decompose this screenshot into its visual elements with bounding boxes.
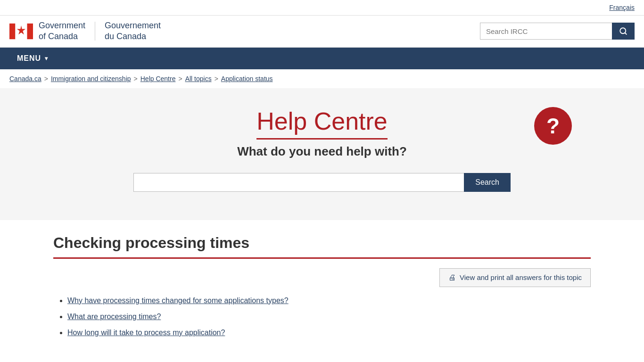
header-search-area <box>480 23 635 40</box>
breadcrumb-application-status[interactable]: Application status <box>221 75 273 82</box>
print-btn-label: View and print all answers for this topi… <box>460 273 582 281</box>
svg-rect-0 <box>9 24 16 39</box>
name-divider <box>95 22 95 41</box>
hero-search-form: Search <box>133 173 511 192</box>
menu-button[interactable]: MENU ▾ <box>9 48 56 69</box>
hero-section: Help Centre What do you need help with? … <box>0 88 644 220</box>
breadcrumb-sep-2: > <box>134 75 138 82</box>
chevron-down-icon: ▾ <box>45 55 48 62</box>
breadcrumb-immigration[interactable]: Immigration and citizenship <box>51 75 131 82</box>
site-header: Government of Canada Gouvernement du Can… <box>0 16 644 48</box>
topic-links-list: Why have processing times changed for so… <box>53 296 591 337</box>
hero-search-input[interactable] <box>133 173 464 192</box>
section-title: Checking processing times <box>53 234 591 252</box>
main-content: Checking processing times 🖨 View and pri… <box>44 220 600 362</box>
hero-subtitle: What do you need help with? <box>237 144 407 159</box>
link-how-long-process[interactable]: How long will it take to process my appl… <box>67 329 225 337</box>
link-what-are-processing-times[interactable]: What are processing times? <box>67 313 161 321</box>
menu-label: MENU <box>17 54 41 63</box>
language-bar: Français <box>0 0 644 16</box>
french-language-link[interactable]: Français <box>609 4 635 11</box>
breadcrumb: Canada.ca > Immigration and citizenship … <box>0 69 644 88</box>
print-answers-button[interactable]: 🖨 View and print all answers for this to… <box>439 268 591 287</box>
government-name: Government of Canada Gouvernement du Can… <box>39 20 161 42</box>
question-mark-icon: ? <box>534 107 572 145</box>
ircc-search-button[interactable] <box>612 23 635 40</box>
hero-title: Help Centre <box>256 107 387 140</box>
hero-content: Help Centre What do you need help with? … <box>133 107 511 192</box>
breadcrumb-all-topics[interactable]: All topics <box>185 75 212 82</box>
breadcrumb-help-centre[interactable]: Help Centre <box>140 75 176 82</box>
breadcrumb-sep-4: > <box>215 75 218 82</box>
breadcrumb-canada[interactable]: Canada.ca <box>9 75 41 82</box>
printer-icon: 🖨 <box>448 273 456 282</box>
gov-name-french: Gouvernement du Canada <box>105 20 161 42</box>
list-item: Why have processing times changed for so… <box>67 296 591 305</box>
svg-line-5 <box>625 33 626 34</box>
ircc-search-input[interactable] <box>480 23 612 40</box>
gov-name-english: Government of Canada <box>39 20 85 42</box>
print-button-area: 🖨 View and print all answers for this to… <box>53 268 591 287</box>
canada-flag-icon <box>9 23 33 40</box>
main-nav: MENU ▾ <box>0 48 644 69</box>
link-processing-times-changed[interactable]: Why have processing times changed for so… <box>67 296 289 304</box>
logo-area: Government of Canada Gouvernement du Can… <box>9 20 161 42</box>
svg-rect-2 <box>27 24 33 39</box>
search-icon <box>619 27 627 35</box>
section-divider <box>53 257 591 259</box>
list-item: What are processing times? <box>67 313 591 321</box>
breadcrumb-sep-1: > <box>44 75 48 82</box>
breadcrumb-sep-3: > <box>178 75 182 82</box>
list-item: How long will it take to process my appl… <box>67 329 591 337</box>
hero-search-button[interactable]: Search <box>464 173 511 192</box>
